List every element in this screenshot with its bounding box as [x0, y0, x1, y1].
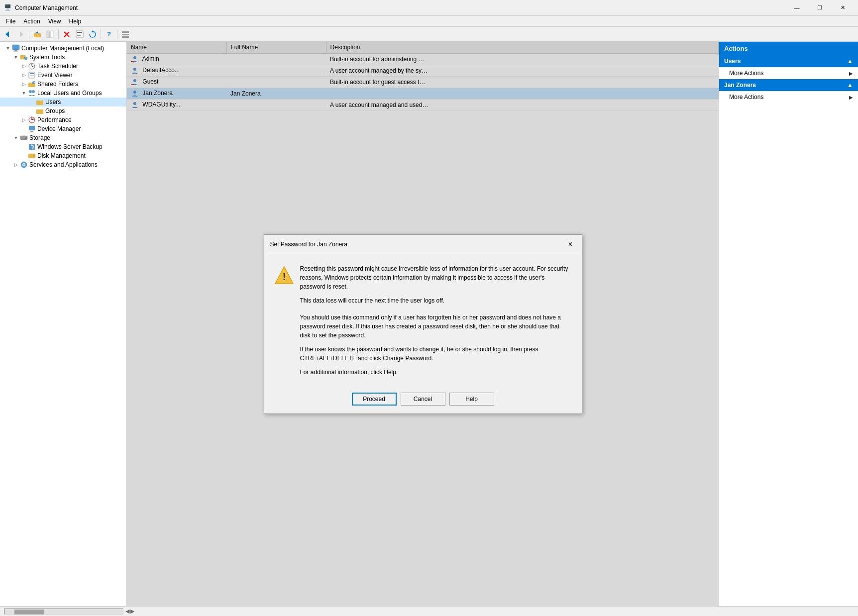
svg-rect-28 — [30, 75, 34, 76]
svg-point-49 — [33, 155, 35, 157]
sidebar-item-local-users[interactable]: ▼ Local Users and Groups — [0, 89, 126, 98]
menu-view[interactable]: View — [44, 17, 65, 26]
sidebar-label-groups: Groups — [45, 107, 65, 114]
sidebar-item-device-manager[interactable]: ▷ Device Manager — [0, 124, 126, 133]
svg-rect-6 — [51, 31, 54, 38]
svg-marker-4 — [36, 31, 39, 33]
expand-icon: ▼ — [12, 134, 20, 142]
sidebar-label-disk-management: Disk Management — [37, 152, 86, 159]
svg-rect-27 — [30, 73, 34, 74]
sidebar-item-task-scheduler[interactable]: ▷ Task Scheduler — [0, 62, 126, 71]
svg-rect-17 — [12, 45, 19, 50]
menu-action[interactable]: Action — [19, 17, 44, 26]
properties-button[interactable] — [74, 28, 86, 40]
svg-rect-18 — [14, 50, 17, 51]
actions-item-jan-more[interactable]: More Actions ▶ — [719, 91, 858, 103]
back-button[interactable] — [2, 28, 14, 40]
svg-rect-31 — [28, 83, 31, 84]
expand-icon: ▷ — [20, 62, 28, 70]
toolbar-sep-1 — [29, 29, 29, 39]
help-button[interactable]: ? — [103, 28, 115, 40]
menu-bar: File Action View Help — [0, 16, 858, 27]
actions-section-users[interactable]: Users ▲ — [719, 55, 858, 67]
forward-button[interactable] — [15, 28, 27, 40]
svg-marker-1 — [20, 31, 23, 37]
show-hide-button[interactable] — [44, 28, 56, 40]
sidebar-item-performance[interactable]: ▷ Performance — [0, 115, 126, 124]
dialog-overlay: Set Password for Jan Zonera ✕ ! Res — [127, 42, 719, 606]
delete-button[interactable] — [61, 28, 73, 40]
svg-point-33 — [29, 90, 32, 93]
close-button[interactable]: ✕ — [831, 0, 854, 16]
app-icon: 🖥️ — [4, 4, 12, 12]
dialog-body-text: Resetting this password might cause irre… — [300, 264, 572, 305]
sidebar-item-shared-folders[interactable]: ▷ Shared Folders — [0, 80, 126, 89]
svg-point-34 — [32, 90, 35, 93]
refresh-button[interactable] — [87, 28, 99, 40]
dialog-body: ! Resetting this password might cause ir… — [264, 254, 582, 387]
sidebar-label-users: Users — [45, 99, 61, 105]
expand-icon: ▼ — [20, 89, 28, 97]
sidebar-item-storage[interactable]: ▼ Storage — [0, 133, 126, 142]
sidebar-label-task-scheduler: Task Scheduler — [37, 63, 78, 70]
minimize-button[interactable]: — — [785, 0, 808, 16]
computer-icon — [12, 44, 20, 52]
sidebar-item-users[interactable]: ▷ Users — [0, 98, 126, 106]
expand-icon: ▷ — [20, 71, 28, 79]
help-dialog-button[interactable]: Help — [449, 393, 494, 406]
svg-rect-38 — [36, 109, 39, 111]
actions-section-jan-zonera[interactable]: Jan Zonera ▲ — [719, 79, 858, 91]
actions-section-jan-label: Jan Zonera — [724, 82, 756, 89]
svg-rect-11 — [77, 34, 82, 34]
bottom-scrollbar: ◀ ▶ — [0, 606, 858, 616]
content-area: Name Full Name Description Adm — [127, 42, 719, 606]
svg-rect-21 — [20, 55, 23, 57]
svg-marker-0 — [5, 31, 9, 37]
up-folder-button[interactable] — [31, 28, 43, 40]
scrollbar-track[interactable] — [4, 609, 123, 615]
sidebar-item-system-tools[interactable]: ▼ System Tools — [0, 53, 126, 62]
dialog-close-button[interactable]: ✕ — [565, 239, 576, 250]
title-bar: 🖥️ Computer Management — ☐ ✕ — [0, 0, 858, 16]
svg-rect-19 — [13, 51, 18, 52]
dialog-para-4: If the user knows the password and wants… — [300, 345, 572, 363]
window-controls: — ☐ ✕ — [785, 0, 854, 16]
sidebar-tree: ▼ Computer Management (Local) ▼ Syst — [0, 42, 127, 606]
menu-file[interactable]: File — [2, 17, 19, 26]
dialog-warning-row: ! Resetting this password might cause ir… — [274, 264, 572, 305]
maximize-button[interactable]: ☐ — [808, 0, 831, 16]
services-icon — [20, 161, 28, 169]
actions-item-users-more[interactable]: More Actions ▶ — [719, 67, 858, 79]
svg-point-22 — [24, 57, 27, 60]
disk-icon — [28, 152, 36, 160]
svg-point-45 — [25, 137, 26, 138]
scroll-arrow-left[interactable]: ◀ — [125, 608, 129, 615]
sidebar-label-storage: Storage — [29, 134, 50, 141]
svg-rect-14 — [122, 31, 129, 33]
cancel-button[interactable]: Cancel — [401, 393, 445, 406]
dialog-title: Set Password for Jan Zonera — [270, 241, 347, 248]
backup-icon — [28, 143, 36, 151]
sidebar-item-windows-backup[interactable]: ▷ Windows Server Backup — [0, 142, 126, 151]
title-bar-title: Computer Management — [15, 4, 785, 11]
scroll-arrow-right[interactable]: ▶ — [130, 608, 134, 615]
actions-arrow-icon: ▶ — [849, 71, 853, 76]
sidebar-item-event-viewer[interactable]: ▷ Event Viewer — [0, 71, 126, 80]
performance-icon — [28, 116, 36, 124]
sidebar-item-groups[interactable]: ▷ Groups — [0, 106, 126, 115]
actions-section-users-label: Users — [724, 58, 741, 65]
actions-arrow-jan-icon: ▶ — [849, 95, 853, 100]
sidebar-item-services[interactable]: ▷ Services and Applications — [0, 160, 126, 169]
scrollbar-thumb[interactable] — [14, 610, 44, 615]
toolbar-sep-3 — [101, 29, 101, 39]
sidebar-label-shared-folders: Shared Folders — [37, 81, 78, 88]
svg-rect-5 — [47, 31, 50, 38]
sidebar-item-computer-management[interactable]: ▼ Computer Management (Local) — [0, 44, 126, 53]
sidebar-item-disk-management[interactable]: ▷ Disk Management — [0, 151, 126, 160]
actions-panel: Actions Users ▲ More Actions ▶ Jan Zoner… — [719, 42, 858, 606]
view-button[interactable] — [119, 28, 131, 40]
menu-help[interactable]: Help — [65, 17, 86, 26]
proceed-button[interactable]: Proceed — [352, 393, 397, 406]
device-icon — [28, 125, 36, 133]
dialog-titlebar: Set Password for Jan Zonera ✕ — [264, 235, 582, 254]
